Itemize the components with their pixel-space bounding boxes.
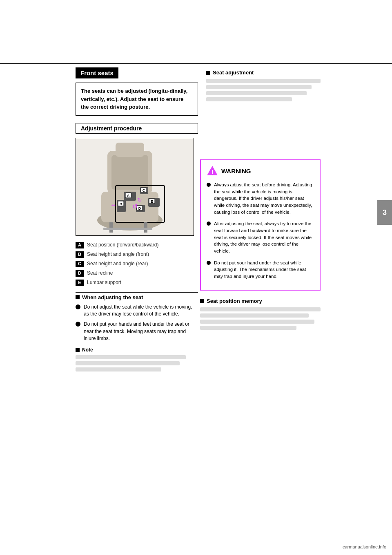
svg-text:A: A [127,194,129,198]
seat-image: A B C D E ↺ ↻ [76,138,194,236]
seat-diagram-svg: A B C D E ↺ ↻ [77,139,193,235]
intro-box: The seats can be adjusted (longitu-dinal… [76,83,198,116]
warning-header: ! WARNING [207,165,314,177]
adjustment-procedure-header: Adjustment procedure [76,123,198,134]
warning-bullet-2: After adjusting the seat, always try to … [207,220,314,254]
warning-triangle-icon: ! [207,165,218,177]
top-rule [0,63,392,64]
post-warning-header: Seat position memory [200,298,321,304]
svg-text:↺: ↺ [132,203,138,210]
attention-square-icon [76,295,80,299]
bullet-dot-2 [76,322,80,327]
attention-bullet-2: Do not put your hands and feet under the… [76,321,198,342]
bullet-dot-1 [76,304,80,309]
front-seats-title: Front seats [76,67,118,78]
warning-section: ! WARNING Always adjust the seat before … [200,159,321,330]
post-warning-section: Seat position memory [200,298,321,330]
note-square-icon [76,348,80,352]
attention-header: When adjusting the seat [76,294,198,300]
warning-box: ! WARNING Always adjust the seat before … [200,159,321,291]
warning-dot-1 [207,183,211,187]
note-header: Note [76,347,198,353]
label-item-a: A Seat position (forward/backward) [76,242,198,248]
svg-text:!: ! [212,169,214,175]
right-top-content [206,79,321,101]
svg-text:B: B [119,202,122,206]
svg-rect-25 [144,222,147,233]
label-item-e: E Lumbar support [76,279,198,286]
left-column: Front seats The seats can be adjusted (l… [76,67,198,373]
svg-text:E: E [150,199,153,204]
attention-section: When adjusting the seat Do not adjust th… [76,292,198,372]
warning-bullet-1: Always adjust the seat before driving. A… [207,181,314,215]
right-top-section: Seat adjustment [206,69,321,107]
svg-rect-4 [116,143,144,157]
label-item-c: C Seat height and angle (rear) [76,260,198,267]
label-list: A Seat position (forward/backward) B Sea… [76,242,198,286]
note-content [76,355,198,371]
chapter-tab: 3 [377,200,392,225]
svg-rect-3 [111,155,148,190]
label-item-b: B Seat height and angle (front) [76,251,198,258]
svg-text:D: D [138,206,141,210]
attention-bullet-1: Do not adjust the seat while the vehicle… [76,304,198,318]
svg-rect-24 [109,222,113,233]
label-item-d: D Seat recline [76,270,198,277]
watermark: carmanualsonline.info [343,544,386,549]
right-section-icon [206,71,210,75]
svg-text:↻: ↻ [137,197,142,203]
warning-dot-2 [207,222,211,226]
right-section-header: Seat adjustment [206,69,321,76]
svg-text:↔: ↔ [110,201,117,208]
svg-text:C: C [142,188,145,192]
warning-bullet-3: Do not put your hand under the seat whil… [207,260,314,280]
warning-dot-3 [207,261,211,265]
post-warning-icon [200,299,204,303]
svg-rect-26 [103,228,152,230]
